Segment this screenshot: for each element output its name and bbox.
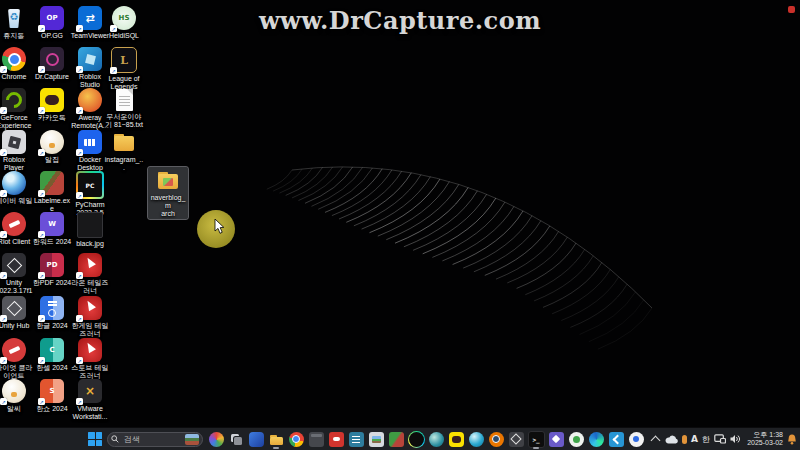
shortcut-arrow-badge: ↗: [110, 67, 117, 74]
desktop-icon-alzip[interactable]: ↗알집: [32, 129, 72, 165]
cast-screen-icon[interactable]: [714, 434, 726, 444]
desktop-icon-label: 알집: [45, 156, 59, 164]
taskbar-app-blender[interactable]: [488, 430, 504, 449]
desktop-icon-hangul[interactable]: ↗한글 2024: [32, 295, 72, 331]
ime-english-indicator[interactable]: A: [691, 434, 698, 444]
taskbar-app-media-red[interactable]: [328, 430, 344, 449]
shortcut-arrow-badge: ↗: [76, 315, 83, 322]
talesrunner-icon: ↗: [78, 253, 102, 277]
kakaotalk-icon: ↗: [40, 88, 64, 112]
docker-icon: ↗: [78, 130, 102, 154]
microsoft-store-icon: [249, 432, 264, 447]
taskbar-app-github-desktop[interactable]: [548, 430, 564, 449]
desktop-icon-unity[interactable]: ↗Unity 2022.3.17f1: [0, 252, 34, 296]
taskbar-app-notepad-dark[interactable]: [308, 430, 324, 449]
desktop-icon-naverblog-march[interactable]: naverblog_march: [148, 167, 188, 219]
notes-teal-icon: [349, 432, 364, 447]
shortcut-arrow-badge: ↗: [76, 149, 83, 156]
labelme-icon: [389, 432, 404, 447]
taskbar-app-edge[interactable]: [588, 430, 604, 449]
notification-bell-icon[interactable]: [787, 434, 797, 445]
search-input[interactable]: [122, 434, 176, 445]
desktop-icon-blackjpg[interactable]: black.jpg: [70, 211, 110, 249]
desktop-icon-hanword[interactable]: W↗한워드 2024: [32, 211, 72, 247]
taskbar-app-globe-app[interactable]: [428, 430, 444, 449]
desktop-icon-hancell[interactable]: C↗한셀 2024: [32, 337, 72, 373]
taskbar-search-box[interactable]: [107, 432, 203, 447]
desktop-icon-label: GeForce Experience: [0, 114, 34, 130]
desktop-icon-label: Chrome: [2, 73, 27, 81]
vscode-icon: [609, 432, 624, 447]
desktop-icon-txt[interactable]: 무서운이야기 81~85.txt: [104, 87, 144, 130]
desktop-icon-roblox-player[interactable]: ↗Roblox Player: [0, 129, 34, 173]
txt-icon: [116, 89, 133, 111]
taskbar-clock[interactable]: 오후 1:38 2025-03-02: [745, 431, 783, 447]
desktop-icon-alsee[interactable]: ↗알씨: [0, 378, 34, 414]
taskbar-app-whale-browser[interactable]: [468, 430, 484, 449]
desktop-icon-chrome[interactable]: ↗Chrome: [0, 46, 34, 82]
desktop-icon-hanshow[interactable]: S↗한쇼 2024: [32, 378, 72, 414]
desktop-icon-hanpdf[interactable]: PD↗한PDF 2024: [32, 252, 72, 288]
shortcut-arrow-badge: ↗: [76, 107, 83, 114]
taskbar-app-labelme[interactable]: [388, 430, 404, 449]
taskbar-app-kakaotalk[interactable]: [448, 430, 464, 449]
taskbar-app-photo-viewer[interactable]: [368, 430, 384, 449]
desktop-icon-whale[interactable]: ↗네이버 웨일: [0, 170, 34, 206]
hidden-icons-chevron-icon[interactable]: [651, 435, 661, 445]
ime-korean-indicator[interactable]: 한: [702, 434, 710, 445]
onedrive-cloud-icon[interactable]: [665, 435, 678, 444]
file-explorer-icon: [269, 432, 284, 447]
taskbar-app-file-explorer[interactable]: [268, 430, 284, 449]
blackjpg-icon: [77, 212, 103, 238]
mouse-cursor-icon: [214, 219, 226, 235]
alzip-icon: ↗: [40, 130, 64, 154]
taskbar-app-terminal[interactable]: >_: [528, 430, 544, 449]
speaker-icon[interactable]: [730, 434, 741, 444]
kakaotalk-icon: [449, 432, 464, 447]
desktop-icon-riot[interactable]: ↗Riot Client: [0, 211, 34, 247]
desktop-icon-label: Unity 2022.3.17f1: [0, 279, 34, 295]
taskbar-app-pycharm[interactable]: [408, 430, 424, 449]
desktop-icon-label: 무서운이야기 81~85.txt: [104, 113, 144, 129]
taskbar-app-unity[interactable]: [508, 430, 524, 449]
taskbar-app-vscode[interactable]: [608, 430, 624, 449]
green-app-icon: [569, 432, 584, 447]
desktop-icon-geforce[interactable]: ↗GeForce Experience: [0, 87, 34, 131]
shortcut-arrow-badge: ↗: [76, 357, 83, 364]
system-tray: A 한 오후 1:38 2025-03-02: [652, 428, 797, 450]
desktop-icon-labelme[interactable]: ↗Labelme.exe: [32, 170, 72, 214]
desktop-icon-kakaotalk[interactable]: ↗카카오톡: [32, 87, 72, 123]
desktop-icon-vmware[interactable]: ×↗VMware Workstati...: [70, 378, 110, 422]
taskbar-app-photos[interactable]: [208, 430, 224, 449]
league-icon: L↗: [111, 47, 137, 73]
aweray-icon: ↗: [78, 88, 102, 112]
folder-thumbnail: [163, 178, 173, 186]
search-highlight-image[interactable]: [185, 434, 199, 445]
taskbar-app-chrome[interactable]: [288, 430, 304, 449]
start-button[interactable]: [88, 432, 102, 446]
folder-icon: [156, 168, 180, 192]
desktop-icon-label: OP.GG: [41, 32, 63, 40]
shortcut-arrow-badge: ↗: [38, 398, 45, 405]
desktop-icon-folder[interactable]: instagram_...: [104, 129, 144, 173]
desktop-icon-label: black.jpg: [76, 240, 104, 248]
desktop-icon-unity-hub[interactable]: ↗Unity Hub: [0, 295, 34, 331]
taskbar-app-task-view[interactable]: [228, 430, 244, 449]
desktop-icon-recycle-bin[interactable]: 휴지통: [0, 5, 34, 41]
taskbar-app-microsoft-store[interactable]: [248, 430, 264, 449]
taskbar-app-notes-teal[interactable]: [348, 430, 364, 449]
taskbar-app-white-circle-app[interactable]: [628, 430, 644, 449]
desktop-icon-label: 한게임 테일즈러너: [70, 322, 110, 338]
desktop-icon-label: Dr.Capture: [35, 73, 69, 81]
desktop-icon-drcapture[interactable]: ↗Dr.Capture: [32, 46, 72, 82]
desktop-icon-league[interactable]: L↗League of Legends: [104, 46, 144, 92]
desktop-icon-talesrunner[interactable]: ↗스토브 테일즈러너: [70, 337, 110, 381]
cursor-highlight-circle: [197, 210, 235, 248]
desktop-icon-riot[interactable]: ↗라이엇 클라이언트: [0, 337, 34, 381]
desktop-icon-opgg[interactable]: OP↗OP.GG: [32, 5, 72, 41]
desktop-icon-talesrunner[interactable]: ↗라온 테일즈러너: [70, 252, 110, 296]
voice-recorder-tray-icon[interactable]: [682, 435, 687, 444]
taskbar-app-green-app[interactable]: [568, 430, 584, 449]
desktop-icon-heidisql[interactable]: HS↗HeidiSQL: [104, 5, 144, 41]
desktop-icon-talesrunner[interactable]: ↗한게임 테일즈러너: [70, 295, 110, 339]
